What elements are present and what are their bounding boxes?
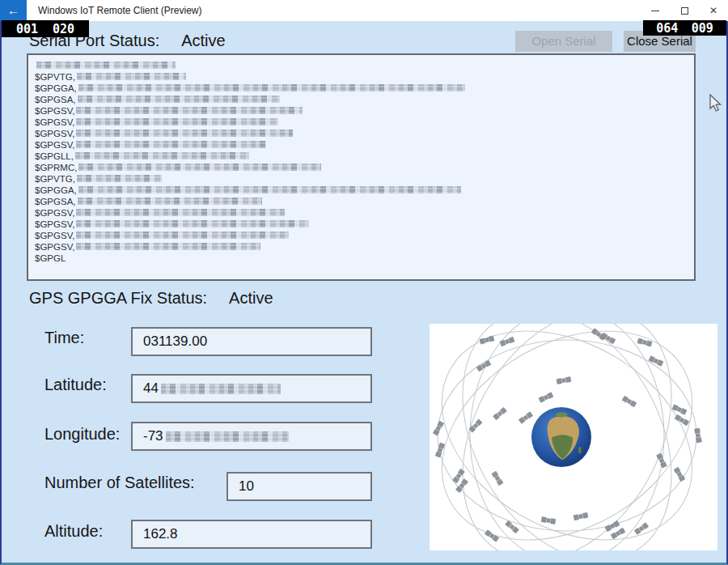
gps-fix-label: GPS GPGGA Fix Status:: [29, 289, 207, 307]
time-value: 031139.00: [143, 333, 207, 350]
nmea-sentence-label: $GPVTG,: [35, 72, 75, 82]
satellite-icon: [433, 421, 443, 435]
redacted-text: [76, 220, 309, 227]
satellite-icon: [557, 377, 571, 384]
satellite-count-input[interactable]: 10: [226, 472, 372, 501]
longitude-value: -73: [143, 428, 163, 444]
satellite-icon: [605, 520, 620, 531]
nmea-sentence-label: $GPGGA,: [35, 185, 77, 195]
nmea-line: $GPGGA,: [35, 185, 694, 196]
gps-constellation-image: [430, 324, 717, 550]
nmea-sentence-label: $GPGGA,: [35, 83, 77, 93]
redacted-text: [77, 175, 162, 182]
nmea-lines: $GPVTG,$GPGGA,$GPGSA,$GPGSV,$GPGSV,$GPGS…: [35, 60, 694, 264]
nmea-line: $GPRMC,: [35, 162, 694, 173]
redacted-text: [76, 232, 289, 239]
nmea-line: $GPGSV,: [35, 128, 694, 139]
latitude-input[interactable]: 44: [131, 374, 372, 403]
satellite-icon: [506, 520, 519, 533]
nmea-line: $GPGSV,: [35, 117, 694, 128]
nmea-sentence-label: $GPGSV,: [35, 242, 74, 252]
redacted-text: [78, 164, 321, 171]
satellite-count-value: 10: [239, 478, 254, 495]
nmea-line: $GPGSA,: [35, 94, 694, 105]
redacted-text: [76, 209, 285, 216]
nmea-sentence-label: $GPGSV,: [35, 106, 74, 116]
gps-fix-value: Active: [229, 289, 273, 307]
nmea-line: $GPGSV,: [35, 105, 694, 117]
redacted-text: [77, 73, 186, 80]
nmea-sentence-label: $GPGSA,: [35, 95, 76, 104]
minimize-icon: [651, 11, 659, 11]
arrow-cursor-icon: [709, 94, 723, 117]
nmea-line: $GPGSV,: [35, 139, 694, 151]
caption-buttons: ✕: [641, 0, 728, 21]
badge-value: 009: [692, 21, 713, 36]
nmea-sentence-label: $GPRMC,: [35, 163, 77, 172]
serial-status-value: Active: [181, 32, 225, 49]
satellite-icon: [695, 428, 702, 443]
open-serial-button[interactable]: Open Serial: [515, 31, 612, 52]
redacted-text: [75, 152, 249, 159]
back-arrow-icon: ←: [7, 3, 19, 17]
overlay-badge-top-right: 064 009: [643, 20, 726, 36]
satellite-icon: [492, 471, 503, 486]
badge-value: 020: [53, 22, 74, 36]
nmea-line: $GPVTG,: [35, 71, 694, 83]
back-button[interactable]: ←: [0, 0, 27, 21]
earth-image: [531, 407, 591, 467]
nmea-sentence-label: $GPGSV,: [35, 129, 74, 138]
maximize-button[interactable]: [670, 0, 699, 21]
satellite-icon: [657, 453, 667, 468]
redacted-text: [76, 141, 266, 148]
nmea-line: $GPGSV,: [35, 241, 694, 253]
satellite-icon: [518, 412, 532, 424]
nmea-line: $GPGSV,: [35, 207, 694, 219]
nmea-line: [35, 60, 694, 71]
satellite-icon: [493, 407, 507, 420]
altitude-input[interactable]: 162.8: [131, 520, 372, 549]
nmea-sentence-label: $GPGSV,: [35, 117, 74, 127]
nmea-line: $GPGSV,: [35, 230, 694, 241]
redacted-text: [76, 243, 260, 250]
satellite-icon: [539, 393, 553, 403]
redacted-text: [36, 62, 176, 69]
satellite-icon: [541, 517, 556, 525]
badge-value: 001: [16, 22, 38, 36]
nmea-sentence-label: $GPGSV,: [35, 231, 74, 240]
longitude-input[interactable]: -73: [131, 422, 372, 451]
redacted-text: [76, 107, 303, 114]
nmea-line: $GPGGA,: [35, 83, 694, 94]
satellite-icon: [480, 336, 494, 344]
satellite-icon: [574, 512, 588, 520]
window-title: Windows IoT Remote Client (Preview): [38, 0, 202, 21]
satellite-icon: [649, 356, 663, 367]
nmea-line: $GPGSA,: [35, 196, 694, 207]
nmea-line: $GPVTG,: [35, 173, 694, 185]
redacted-text: [78, 96, 280, 103]
nmea-output-box[interactable]: $GPVTG,$GPGGA,$GPGSA,$GPGSV,$GPGSV,$GPGS…: [27, 53, 696, 281]
close-button[interactable]: ✕: [699, 0, 728, 21]
redacted-text: [76, 118, 278, 125]
minimize-button[interactable]: [641, 0, 670, 21]
badge-value: 064: [656, 21, 678, 36]
nmea-line: $GPGL: [35, 253, 694, 264]
nmea-sentence-label: $GPGL: [35, 253, 66, 263]
nmea-sentence-label: $GPGSV,: [35, 219, 74, 229]
redacted-text: [161, 384, 281, 394]
time-input[interactable]: 031139.00: [131, 327, 372, 356]
satellite-icon: [500, 337, 514, 346]
satellite-icon: [674, 467, 685, 482]
maximize-icon: [681, 7, 688, 15]
redacted-text: [76, 130, 293, 137]
redacted-text: [78, 198, 262, 205]
latitude-label: Latitude:: [44, 376, 107, 394]
redacted-text: [78, 84, 465, 91]
app-window: ← Windows IoT Remote Client (Preview) ✕ …: [0, 0, 728, 565]
close-icon: ✕: [709, 6, 717, 15]
gps-fix-status-heading: GPS GPGGA Fix Status:Active: [29, 289, 273, 308]
nmea-sentence-label: $GPGSV,: [35, 208, 74, 218]
satellite-icon: [611, 528, 625, 539]
redacted-text: [166, 431, 289, 442]
satellite-icon: [675, 414, 689, 426]
